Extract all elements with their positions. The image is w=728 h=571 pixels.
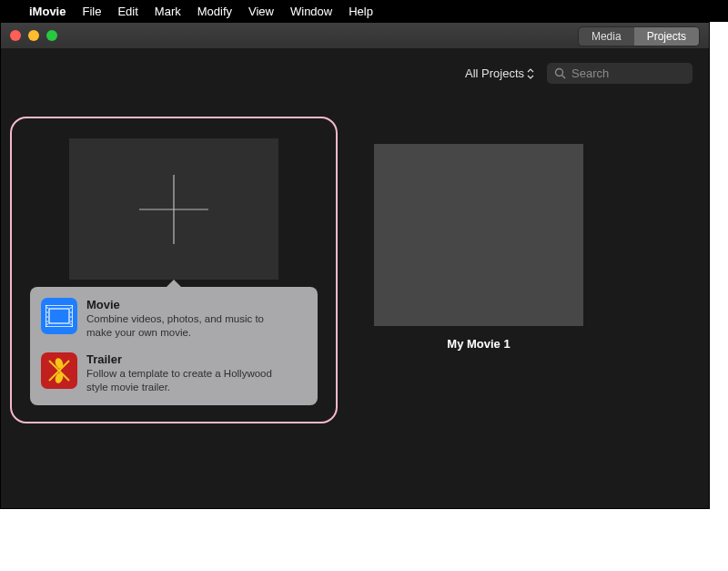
search-icon xyxy=(554,67,566,79)
movie-icon xyxy=(41,298,77,334)
svg-point-12 xyxy=(70,307,72,309)
create-new-button[interactable] xyxy=(69,138,278,280)
view-segment: Media Projects xyxy=(578,26,700,46)
menu-modify[interactable]: Modify xyxy=(197,5,232,18)
svg-point-11 xyxy=(46,323,48,325)
imovie-window: Media Projects All Projects xyxy=(0,22,710,509)
menu-mark[interactable]: Mark xyxy=(155,5,181,18)
svg-point-9 xyxy=(46,316,48,318)
svg-point-0 xyxy=(556,69,563,76)
popover-item-movie[interactable]: Movie Combine videos, photos, and music … xyxy=(41,298,307,340)
menu-edit[interactable]: Edit xyxy=(117,5,137,18)
popover-trailer-title: Trailer xyxy=(86,352,287,366)
search-input[interactable] xyxy=(571,66,685,80)
svg-point-10 xyxy=(46,321,48,322)
tab-projects[interactable]: Projects xyxy=(634,27,699,46)
svg-point-16 xyxy=(70,323,72,325)
trailer-icon xyxy=(41,352,77,389)
zoom-icon[interactable] xyxy=(46,30,57,41)
app-menu[interactable]: iMovie xyxy=(29,5,66,18)
menu-view[interactable]: View xyxy=(248,5,274,18)
popover-caret-icon xyxy=(165,280,183,289)
traffic-lights xyxy=(10,30,57,41)
project-item[interactable]: My Movie 1 xyxy=(374,144,583,351)
popover-movie-desc: Combine videos, photos, and music to mak… xyxy=(86,312,287,340)
plus-icon xyxy=(136,172,211,247)
svg-point-14 xyxy=(70,316,72,318)
svg-point-8 xyxy=(46,311,48,313)
svg-point-15 xyxy=(70,321,72,322)
menu-file[interactable]: File xyxy=(82,5,101,18)
tab-media[interactable]: Media xyxy=(579,27,634,46)
svg-rect-5 xyxy=(49,309,69,323)
projects-grid: Movie Combine videos, photos, and music … xyxy=(1,98,709,508)
svg-point-13 xyxy=(70,311,72,313)
svg-line-1 xyxy=(562,76,566,79)
popover-movie-title: Movie xyxy=(86,298,287,311)
window-titlebar: Media Projects xyxy=(1,23,709,48)
minimize-icon[interactable] xyxy=(28,30,39,41)
menu-window[interactable]: Window xyxy=(290,5,332,18)
popover-item-trailer[interactable]: Trailer Follow a template to create a Ho… xyxy=(41,352,307,394)
toolbar: All Projects xyxy=(1,48,709,98)
popover-trailer-desc: Follow a template to create a Hollywood … xyxy=(86,367,287,394)
projects-filter-dropdown[interactable]: All Projects xyxy=(465,66,534,80)
menu-help[interactable]: Help xyxy=(349,5,373,18)
project-thumbnail[interactable] xyxy=(374,144,583,326)
create-popover: Movie Combine videos, photos, and music … xyxy=(30,287,318,405)
project-title: My Movie 1 xyxy=(374,337,583,351)
chevron-updown-icon xyxy=(527,68,534,79)
close-icon[interactable] xyxy=(10,30,21,41)
projects-filter-label: All Projects xyxy=(465,66,524,80)
search-box[interactable] xyxy=(547,63,693,84)
annotation-highlight: Movie Combine videos, photos, and music … xyxy=(10,117,338,423)
system-menubar: iMovie File Edit Mark Modify View Window… xyxy=(0,0,728,22)
svg-point-7 xyxy=(46,307,48,309)
